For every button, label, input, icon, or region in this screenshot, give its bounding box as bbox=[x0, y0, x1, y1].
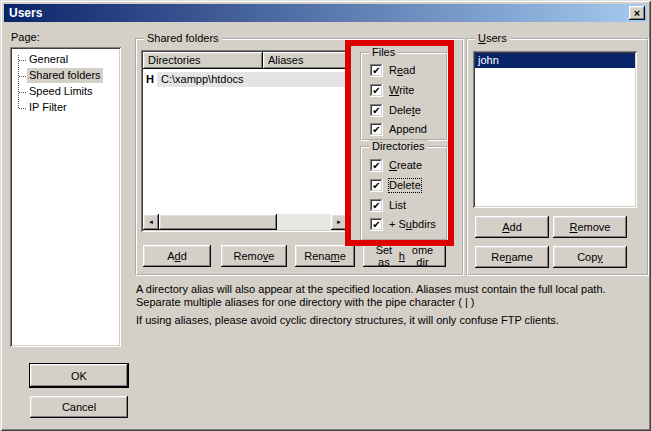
shared-rename-button[interactable]: Rename bbox=[295, 245, 355, 267]
tree-item-shared-folders[interactable]: Shared folders bbox=[10, 68, 121, 84]
directory-path: C:\xampp\htdocs bbox=[157, 72, 244, 87]
users-copy-button[interactable]: Copy bbox=[553, 246, 627, 268]
scrollbar-track[interactable] bbox=[277, 214, 331, 230]
checkbox-create-box[interactable]: ✔ bbox=[370, 159, 383, 172]
check-icon: ✔ bbox=[372, 218, 380, 231]
tree-item-speed-limits[interactable]: Speed Limits bbox=[10, 84, 121, 100]
checkbox-delete-dirs-box[interactable]: ✔ bbox=[370, 179, 383, 192]
checkbox-write-box[interactable]: ✔ bbox=[370, 84, 383, 97]
checkbox-delete-dirs[interactable]: ✔ Delete bbox=[370, 178, 421, 192]
checkbox-list[interactable]: ✔ List bbox=[370, 198, 406, 212]
checkbox-write[interactable]: ✔ Write bbox=[370, 83, 414, 97]
checkbox-subdirs[interactable]: ✔ + Subdirs bbox=[370, 217, 436, 231]
users-add-button[interactable]: Add bbox=[475, 216, 549, 238]
checkbox-create[interactable]: ✔ Create bbox=[370, 158, 422, 172]
checkbox-read-box[interactable]: ✔ bbox=[370, 64, 383, 77]
page-tree[interactable]: General Shared folders Speed Limits IP F… bbox=[10, 47, 121, 347]
scroll-left-button[interactable]: ◄ bbox=[143, 214, 159, 230]
directories-group-label: Directories bbox=[369, 140, 428, 152]
files-group: Files ✔ Read ✔ Write ✔ Delete ✔ Append bbox=[360, 52, 448, 141]
tree-item-ip-filter[interactable]: IP Filter bbox=[10, 100, 121, 116]
checkbox-subdirs-box[interactable]: ✔ bbox=[370, 218, 383, 231]
home-flag: H bbox=[143, 72, 157, 87]
files-group-label: Files bbox=[369, 46, 398, 58]
listview-header: Directories Aliases bbox=[143, 52, 347, 69]
checkbox-delete-files[interactable]: ✔ Delete bbox=[370, 103, 421, 117]
window-title: Users bbox=[4, 6, 42, 20]
page-label: Page: bbox=[11, 31, 40, 43]
title-bar[interactable]: Users × bbox=[4, 4, 647, 22]
checkbox-read[interactable]: ✔ Read bbox=[370, 63, 415, 77]
cancel-button[interactable]: Cancel bbox=[30, 396, 128, 418]
listview-body[interactable]: H C:\xampp\htdocs bbox=[143, 69, 347, 214]
cyclic-note: If using aliases, please avoid cyclic di… bbox=[136, 314, 648, 327]
users-listbox[interactable]: john bbox=[473, 51, 637, 208]
alias-note: A directory alias will also appear at th… bbox=[136, 283, 648, 309]
close-icon: × bbox=[634, 8, 640, 19]
column-header-directories[interactable]: Directories bbox=[143, 52, 263, 69]
horizontal-scrollbar[interactable]: ◄ ► bbox=[143, 214, 347, 230]
users-remove-button[interactable]: Remove bbox=[553, 216, 627, 238]
check-icon: ✔ bbox=[372, 179, 380, 192]
shared-add-button[interactable]: Add bbox=[143, 245, 211, 267]
ok-button[interactable]: OK bbox=[30, 364, 128, 387]
scroll-left-icon: ◄ bbox=[148, 219, 154, 225]
check-icon: ✔ bbox=[372, 84, 380, 97]
user-row-john[interactable]: john bbox=[475, 53, 635, 68]
checkbox-append-box[interactable]: ✔ bbox=[370, 123, 383, 136]
checkbox-delete-files-box[interactable]: ✔ bbox=[370, 104, 383, 117]
set-as-home-dir-button[interactable]: Set as home dir bbox=[363, 245, 446, 267]
tree-item-general[interactable]: General bbox=[10, 52, 121, 68]
users-dialog: Users × Page: General Shared folders Spe… bbox=[0, 0, 651, 431]
directories-listview[interactable]: Directories Aliases H C:\xampp\htdocs ◄ … bbox=[141, 50, 349, 232]
scrollbar-thumb[interactable] bbox=[159, 214, 277, 230]
directory-row[interactable]: H C:\xampp\htdocs bbox=[143, 72, 347, 87]
users-group-label: Users bbox=[475, 32, 510, 44]
column-header-aliases[interactable]: Aliases bbox=[263, 52, 347, 69]
checkbox-append[interactable]: ✔ Append bbox=[370, 122, 427, 136]
shared-remove-button[interactable]: Remove bbox=[221, 245, 287, 267]
check-icon: ✔ bbox=[372, 199, 380, 212]
scroll-right-icon: ► bbox=[336, 219, 342, 225]
check-icon: ✔ bbox=[372, 123, 380, 136]
users-rename-button[interactable]: Rename bbox=[475, 246, 549, 268]
checkbox-list-box[interactable]: ✔ bbox=[370, 199, 383, 212]
check-icon: ✔ bbox=[372, 159, 380, 172]
close-button[interactable]: × bbox=[629, 6, 645, 20]
shared-folders-group-label: Shared folders bbox=[144, 32, 222, 44]
scroll-right-button[interactable]: ► bbox=[331, 214, 347, 230]
directories-group: Directories ✔ Create ✔ Delete ✔ List ✔ +… bbox=[360, 146, 448, 241]
check-icon: ✔ bbox=[372, 64, 380, 77]
check-icon: ✔ bbox=[372, 104, 380, 117]
